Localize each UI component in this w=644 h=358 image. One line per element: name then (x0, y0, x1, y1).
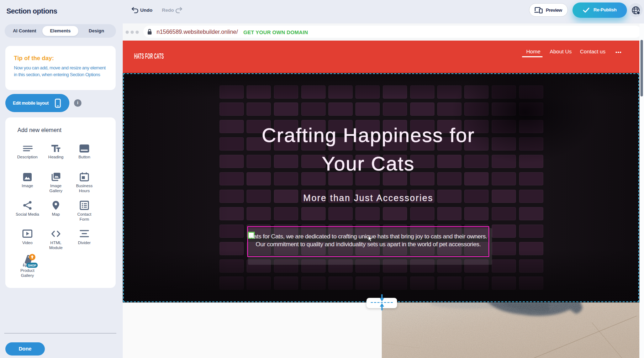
svg-text:SHOP: SHOP (28, 264, 36, 267)
